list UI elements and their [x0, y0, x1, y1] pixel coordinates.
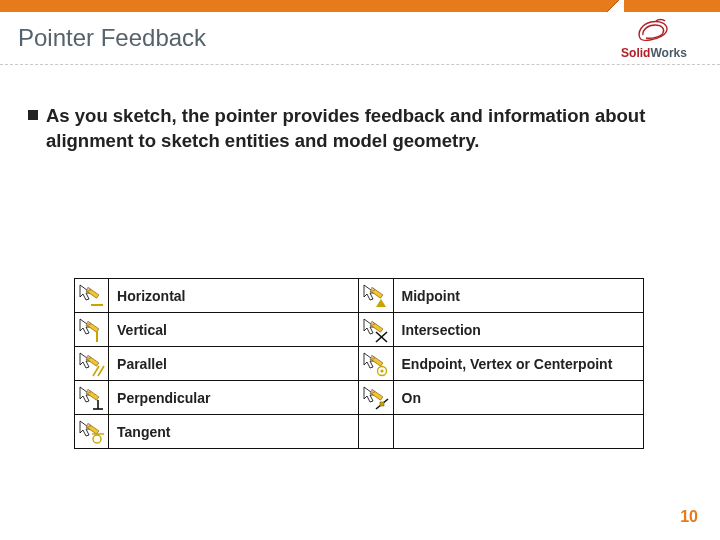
row-left-label: Perpendicular	[109, 381, 359, 415]
row-left-label: Tangent	[109, 415, 359, 449]
row-right-label: Endpoint, Vertex or Centerpoint	[393, 347, 643, 381]
on-icon	[359, 381, 393, 415]
row-right-label	[393, 415, 643, 449]
row-right-label: Intersection	[393, 313, 643, 347]
feedback-table: HorizontalMidpointVerticalIntersectionPa…	[74, 278, 644, 449]
row-left-label: Vertical	[109, 313, 359, 347]
slide: SolidWorks Pointer Feedback As you sketc…	[0, 0, 720, 540]
table-row: VerticalIntersection	[75, 313, 644, 347]
brand-text: SolidWorks	[621, 46, 687, 60]
svg-rect-36	[380, 402, 384, 406]
table-row: HorizontalMidpoint	[75, 279, 644, 313]
paragraph: As you sketch, the pointer provides feed…	[46, 104, 662, 154]
ds-logo-icon	[636, 18, 672, 44]
svg-marker-7	[376, 299, 386, 307]
page-number: 10	[680, 508, 698, 526]
bullet-icon	[28, 110, 38, 120]
row-right-label: On	[393, 381, 643, 415]
endpoint-icon	[359, 347, 393, 381]
horizontal-icon	[75, 279, 109, 313]
header-divider	[0, 64, 720, 65]
intersection-icon	[359, 313, 393, 347]
row-left-label: Horizontal	[109, 279, 359, 313]
row-left-label: Parallel	[109, 347, 359, 381]
brand-gray: Works	[650, 46, 686, 60]
midpoint-icon	[359, 279, 393, 313]
perpendicular-icon	[75, 381, 109, 415]
accent-notch	[602, 0, 624, 12]
brand-logo: SolidWorks	[606, 18, 702, 62]
body-text: As you sketch, the pointer provides feed…	[46, 104, 662, 154]
tangent-icon	[75, 415, 109, 449]
empty-icon	[359, 415, 393, 449]
parallel-icon	[75, 347, 109, 381]
svg-point-40	[93, 435, 101, 443]
svg-point-26	[380, 369, 383, 372]
table-row: ParallelEndpoint, Vertex or Centerpoint	[75, 347, 644, 381]
vertical-icon	[75, 313, 109, 347]
row-right-label: Midpoint	[393, 279, 643, 313]
table-row: PerpendicularOn	[75, 381, 644, 415]
page-title: Pointer Feedback	[18, 24, 206, 52]
brand-red: Solid	[621, 46, 650, 60]
table-row: Tangent	[75, 415, 644, 449]
